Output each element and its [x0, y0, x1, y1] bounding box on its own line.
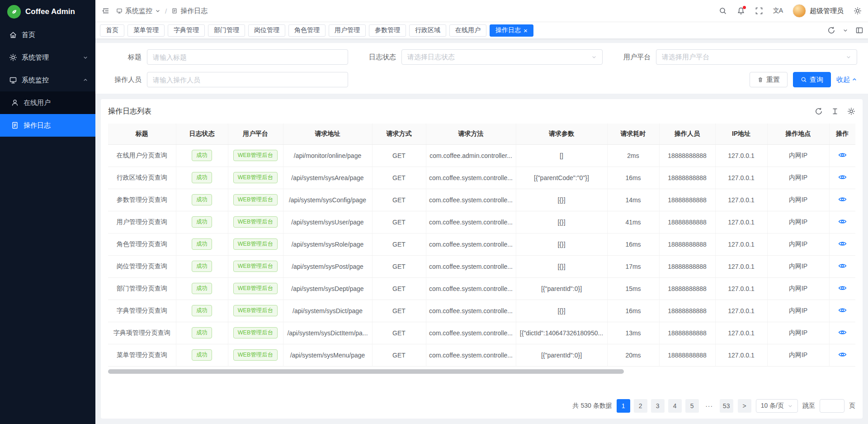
view-detail-eye-icon[interactable] [838, 195, 847, 204]
monitor-icon [9, 76, 17, 84]
cell-operator: 18888888888 [659, 211, 715, 233]
view-detail-eye-icon[interactable] [838, 350, 847, 359]
chevron-down-icon[interactable] [843, 28, 848, 33]
tab-首页[interactable]: 首页 [100, 24, 124, 37]
filter-actions: 重置 查询 收起 [615, 72, 857, 87]
scrollbar-thumb[interactable] [108, 369, 624, 374]
title-filter-input[interactable] [153, 50, 342, 64]
sidebar-submenu: 在线用户 操作日志 [0, 91, 95, 137]
refresh-icon[interactable] [827, 26, 835, 34]
chevron-down-icon [788, 403, 793, 409]
fullscreen-icon[interactable] [755, 7, 763, 15]
tab-字典管理[interactable]: 字典管理 [168, 24, 205, 37]
platform-filter-select[interactable]: 请选择用户平台 [656, 49, 857, 65]
cell-duration: 15ms [607, 277, 659, 300]
density-icon[interactable] [831, 107, 839, 115]
column-settings-gear-icon[interactable] [847, 107, 855, 115]
view-detail-eye-icon[interactable] [838, 173, 847, 181]
filter-spacer [361, 72, 603, 87]
chevron-down-icon [83, 55, 88, 60]
tab-close-icon[interactable]: × [524, 27, 528, 34]
cell-location: 内网IP [767, 189, 829, 211]
tabs-list: 首页菜单管理字典管理部门管理岗位管理角色管理用户管理参数管理行政区域在线用户操作… [100, 24, 822, 37]
column-header: 请求耗时 [607, 124, 659, 144]
cell-params: [{}] [516, 255, 607, 277]
sidebar-collapse-icon[interactable] [102, 7, 110, 15]
cell-params: [{"dictId":140647326180950... [516, 322, 607, 344]
refresh-icon[interactable] [815, 107, 823, 115]
page-button-5[interactable]: 5 [685, 399, 699, 413]
cell-params: [{}] [516, 233, 607, 255]
platform-badge: WEB管理后台 [233, 349, 278, 361]
cell-ip: 127.0.0.1 [715, 277, 767, 300]
cell-ip: 127.0.0.1 [715, 167, 767, 189]
cell-url: /api/system/sysMenu/page [283, 344, 372, 366]
settings-gear-icon[interactable] [854, 7, 862, 15]
collapse-filter-link[interactable]: 收起 [836, 76, 857, 84]
tab-菜单管理[interactable]: 菜单管理 [127, 24, 165, 37]
table-row: 行政区域分页查询成功WEB管理后台/api/system/sysArea/pag… [108, 167, 855, 189]
cell-ip: 127.0.0.1 [715, 255, 767, 277]
log-table: 标题日志状态用户平台请求地址请求方式请求方法请求参数请求耗时操作人员IP地址操作… [101, 124, 863, 374]
notification-bell-icon[interactable] [737, 7, 745, 15]
tab-岗位管理[interactable]: 岗位管理 [248, 24, 285, 37]
view-detail-eye-icon[interactable] [838, 284, 847, 292]
page-size-select[interactable]: 10 条/页 [756, 399, 798, 413]
search-button[interactable]: 查询 [793, 72, 831, 87]
layout-icon[interactable] [855, 26, 863, 34]
sidebar-item-system-management[interactable]: 系统管理 [0, 46, 95, 69]
page-button-4[interactable]: 4 [668, 399, 682, 413]
content-area: 标题 日志状态 请选择日志状态 用户平台 请选择用户平台 [95, 38, 868, 424]
tab-行政区域[interactable]: 行政区域 [409, 24, 446, 37]
cell-ip: 127.0.0.1 [715, 233, 767, 255]
view-detail-eye-icon[interactable] [838, 328, 847, 337]
avatar[interactable] [793, 4, 806, 18]
table-row: 字典管理分页查询成功WEB管理后台/api/system/sysDict/pag… [108, 300, 855, 322]
cell-status: 成功 [176, 255, 228, 277]
view-detail-eye-icon[interactable] [838, 239, 847, 248]
cell-url: /api/monitor/online/page [283, 144, 372, 167]
card-header: 操作日志列表 [101, 99, 863, 124]
page-button-53[interactable]: 53 [720, 399, 733, 413]
page-button-1[interactable]: 1 [617, 399, 630, 413]
tab-用户管理[interactable]: 用户管理 [329, 24, 366, 37]
chevron-down-icon [591, 54, 597, 60]
jump-page-input[interactable] [820, 399, 844, 413]
operator-filter-input[interactable] [153, 72, 342, 87]
status-filter-select[interactable]: 请选择日志状态 [401, 49, 603, 65]
cell-url: /api/system/sysArea/page [283, 167, 372, 189]
tab-在线用户[interactable]: 在线用户 [449, 24, 486, 37]
sidebar-item-operation-log[interactable]: 操作日志 [0, 114, 95, 137]
view-detail-eye-icon[interactable] [838, 306, 847, 314]
pagination: 共 530 条数据 12345···53 > 10 条/页 跳至 页 [101, 393, 863, 419]
next-page-button[interactable]: > [738, 399, 751, 413]
breadcrumb-level1[interactable]: 系统监控 [125, 7, 152, 15]
page-button-2[interactable]: 2 [634, 399, 647, 413]
translate-icon[interactable]: 文A [773, 7, 783, 15]
cell-method: GET [372, 300, 426, 322]
page-button-3[interactable]: 3 [651, 399, 665, 413]
trash-icon [757, 76, 764, 83]
cell-duration: 17ms [607, 255, 659, 277]
reset-button[interactable]: 重置 [750, 72, 788, 87]
sidebar-item-home[interactable]: 首页 [0, 24, 95, 46]
platform-badge: WEB管理后台 [233, 283, 278, 294]
tab-参数管理[interactable]: 参数管理 [369, 24, 406, 37]
tab-角色管理[interactable]: 角色管理 [288, 24, 326, 37]
tab-操作日志[interactable]: 操作日志× [490, 24, 533, 37]
view-detail-eye-icon[interactable] [838, 262, 847, 270]
notification-badge-dot [743, 6, 746, 9]
tab-部门管理[interactable]: 部门管理 [208, 24, 245, 37]
cell-title: 岗位管理分页查询 [108, 255, 176, 277]
cell-platform: WEB管理后台 [228, 344, 283, 366]
table-row: 字典项管理分页查询成功WEB管理后台/api/system/sysDictIte… [108, 322, 855, 344]
view-detail-eye-icon[interactable] [838, 217, 847, 226]
user-menu[interactable]: 超级管理员 [793, 4, 844, 18]
cell-location: 内网IP [767, 300, 829, 322]
sidebar-item-online-users[interactable]: 在线用户 [0, 91, 95, 114]
search-icon[interactable] [719, 7, 727, 15]
cell-title: 参数管理分页查询 [108, 189, 176, 211]
top-header: 系统监控 / 操作日志 文A 超级管理员 [95, 0, 868, 22]
sidebar-item-system-monitor[interactable]: 系统监控 [0, 69, 95, 91]
view-detail-eye-icon[interactable] [838, 151, 847, 159]
